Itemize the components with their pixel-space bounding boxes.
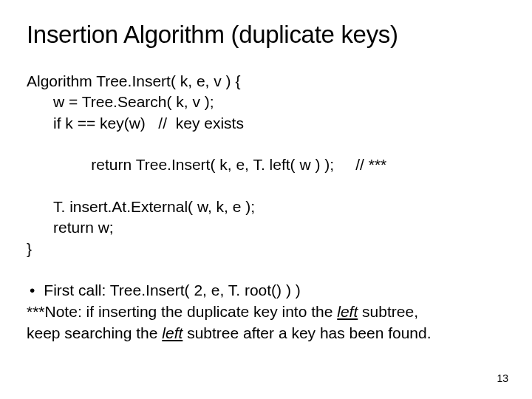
code-line: if k == key(w) // key exists <box>27 113 505 134</box>
code-line: return Tree.Insert( k, e, T. left( w ) )… <box>27 134 505 197</box>
code-line: T. insert.At.External( w, k, e ); <box>27 197 505 217</box>
code-comment: // *** <box>355 156 386 173</box>
note-text: subtree after a key has been found. <box>183 324 431 341</box>
bullet-item: • First call: Tree.Insert( 2, e, T. root… <box>27 280 505 301</box>
note-text: keep searching the <box>27 324 162 341</box>
page-number: 13 <box>497 372 508 384</box>
note-text: subtree, <box>358 303 418 320</box>
note-line: ***Note: if inserting the duplicate key … <box>27 301 505 323</box>
code-line: return w; <box>27 217 505 238</box>
code-line: } <box>27 239 505 259</box>
bullet-icon: • <box>27 280 35 301</box>
algorithm-code: Algorithm Tree.Insert( k, e, v ) { w = T… <box>27 71 505 259</box>
emphasis-left: left <box>337 303 358 320</box>
slide-title: Insertion Algorithm (duplicate keys) <box>27 21 505 49</box>
note-text: First call: Tree.Insert( 2, e, T. root()… <box>44 280 300 301</box>
note-text: ***Note: if inserting the duplicate key … <box>27 303 337 320</box>
notes: • First call: Tree.Insert( 2, e, T. root… <box>27 280 505 344</box>
note-line: keep searching the left subtree after a … <box>27 323 505 344</box>
code-line: Algorithm Tree.Insert( k, e, v ) { <box>27 71 505 92</box>
code-line: w = Tree.Search( k, v ); <box>27 92 505 112</box>
code-text: return Tree.Insert( k, e, T. left( w ) )… <box>91 156 334 173</box>
emphasis-left: left <box>162 324 183 341</box>
